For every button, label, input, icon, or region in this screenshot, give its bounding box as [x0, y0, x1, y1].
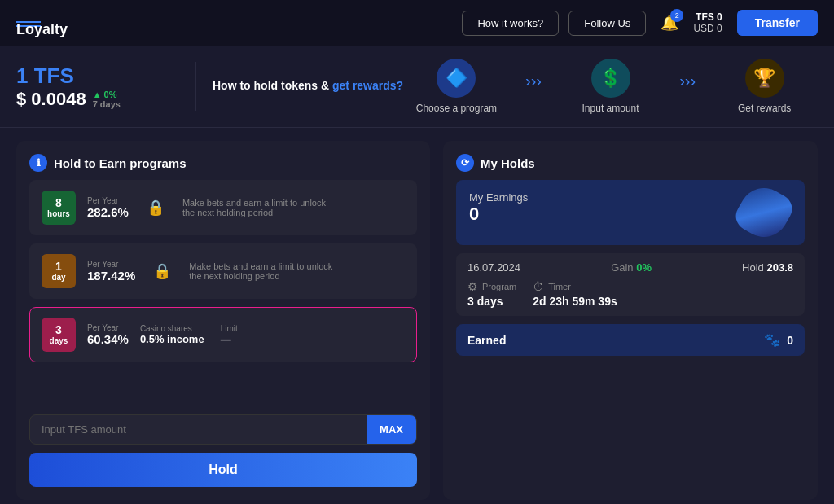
lock-icon-8h: 🔒 [147, 199, 165, 217]
casino-shares: Casino shares 0.5% income [140, 324, 204, 345]
tfs-amount-input-row: MAX [29, 414, 417, 445]
timer-info: ⏱ Timer 2d 23h 59m 39s [533, 280, 617, 308]
hero-how-to-hold: How to hold tokens & get rewards? [213, 78, 403, 94]
step-arrow-1: ››› [525, 72, 542, 102]
notification-bell-button[interactable]: 🔔 2 [656, 9, 683, 37]
program-value: 3 days [467, 295, 516, 308]
program-stat-1d: Per Year 187.42% [87, 260, 135, 283]
notification-badge: 2 [670, 9, 683, 22]
hold-programs-title: ℹ Hold to Earn programs [29, 154, 417, 172]
follow-us-button[interactable]: Follow Us [568, 11, 646, 36]
hero-usd-amount: $ 0.0048 ▲ 0% 7 days [16, 89, 179, 110]
tfs-balance-display: TFS 0 USD 0 [693, 11, 722, 34]
input-amount-icon: 💲 [591, 59, 630, 98]
transfer-button[interactable]: Transfer [737, 10, 818, 36]
step-choose-label: Choose a program [416, 103, 497, 114]
step-get-rewards: 🏆 Get rewards [724, 59, 805, 114]
hold-programs-panel: ℹ Hold to Earn programs 8 hours Per Year… [16, 141, 430, 500]
gain-display: Gain 0% [611, 261, 652, 274]
step-rewards-label: Get rewards [738, 103, 791, 114]
hero-change-days: 7 days [93, 99, 121, 109]
program-card-8h[interactable]: 8 hours Per Year 282.6% 🔒 Make bets and … [29, 180, 417, 235]
gem-icon [735, 184, 792, 241]
program-info: ⚙ Program 3 days [467, 280, 516, 308]
hero-tfs-amount: 1 TFS [16, 64, 179, 89]
my-holds-title: ⟳ My Holds [456, 154, 805, 172]
earned-value-display: 🐾 0 [764, 332, 793, 348]
program-limit: Limit — [221, 324, 238, 345]
hold-date: 16.07.2024 [467, 261, 520, 274]
tfs-value: TFS 0 [696, 11, 722, 23]
hero-divider [195, 62, 196, 111]
program-badge-8h: 8 hours [42, 191, 76, 225]
app-logo: Loyalty [16, 19, 452, 27]
hold-date-row: 16.07.2024 Gain 0% Hold 203.8 [467, 261, 793, 274]
earned-value: 0 [787, 334, 793, 347]
step-input-amount: 💲 Input amount [570, 59, 652, 114]
hero-tfs-display: 1 TFS $ 0.0048 ▲ 0% 7 days [16, 64, 179, 110]
hold-programs-icon: ℹ [29, 154, 47, 172]
hold-button[interactable]: Hold [29, 453, 417, 487]
app-header: Loyalty How it works? Follow Us 🔔 2 TFS … [0, 0, 834, 46]
choose-program-icon: 🔷 [437, 59, 476, 98]
program-timer-row: ⚙ Program 3 days ⏱ Timer 2d 23h 59m 39s [467, 280, 793, 308]
hero-steps: 🔷 Choose a program ››› 💲 Input amount ››… [403, 59, 818, 114]
tfs-amount-input[interactable] [30, 415, 367, 444]
hold-details-card: 16.07.2024 Gain 0% Hold 203.8 ⚙ Program … [456, 253, 805, 316]
earned-row: Earned 🐾 0 [456, 324, 805, 356]
timer-value: 2d 23h 59m 39s [533, 295, 617, 308]
my-earnings-card: My Earnings 0 [456, 180, 805, 245]
how-it-works-button[interactable]: How it works? [462, 11, 559, 36]
program-badge-1d: 1 day [42, 254, 76, 288]
program-desc-8h: Make bets and earn a limit to unlock the… [182, 198, 329, 217]
my-holds-panel: ⟳ My Holds My Earnings 0 16.07.2024 Gain… [443, 141, 818, 500]
timer-label: ⏱ Timer [533, 280, 617, 293]
get-rewards-link[interactable]: get rewards? [332, 79, 403, 92]
lock-icon-1d: 🔒 [153, 262, 171, 280]
gain-value: 0% [636, 261, 652, 274]
program-badge-3d: 3 days [42, 318, 76, 352]
hero-band: 1 TFS $ 0.0048 ▲ 0% 7 days How to hold t… [0, 46, 834, 128]
max-button[interactable]: MAX [367, 415, 416, 444]
earned-label: Earned [467, 334, 506, 347]
my-holds-icon: ⟳ [456, 154, 474, 172]
program-card-1d[interactable]: 1 day Per Year 187.42% 🔒 Make bets and e… [29, 243, 417, 299]
earnings-decoration [723, 180, 805, 245]
hold-amount-display: Hold 203.8 [742, 261, 793, 274]
program-stat-3d: Per Year 60.34% [87, 323, 129, 346]
program-extras-3d: Casino shares 0.5% income Limit — [140, 324, 405, 345]
program-stat-8h: Per Year 282.6% [87, 196, 129, 219]
program-label: ⚙ Program [467, 280, 516, 293]
program-desc-1d: Make bets and earn a limit to unlock the… [189, 261, 336, 281]
step-choose-program: 🔷 Choose a program [415, 59, 497, 114]
program-card-3d[interactable]: 3 days Per Year 60.34% Casino shares 0.5… [29, 307, 417, 362]
step-arrow-2: ››› [679, 72, 696, 102]
usd-value: USD 0 [693, 23, 722, 34]
step-input-label: Input amount [582, 103, 639, 114]
coin-icon: 🐾 [764, 332, 780, 348]
get-rewards-icon: 🏆 [745, 59, 784, 98]
main-content: ℹ Hold to Earn programs 8 hours Per Year… [0, 128, 834, 504]
hold-amount: 203.8 [766, 261, 793, 274]
hero-change-pct: ▲ 0% [93, 90, 121, 99]
